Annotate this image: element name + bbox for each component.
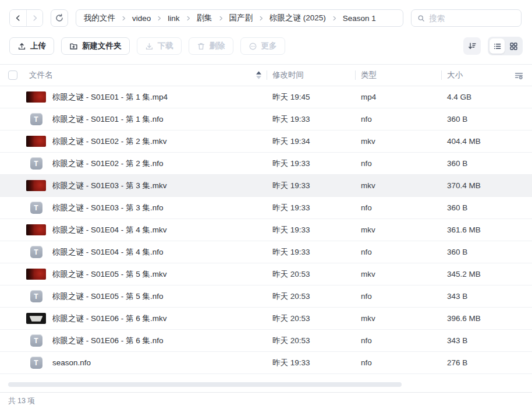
upload-label: 上传 xyxy=(30,41,46,51)
history-nav-group xyxy=(9,9,43,27)
file-size: 343 B xyxy=(441,336,506,345)
list-view-button[interactable] xyxy=(490,38,505,54)
file-size: 276 B xyxy=(441,358,506,367)
file-name: 棕眼之谜 - S01E03 - 第 3 集.mkv xyxy=(52,181,267,191)
table-row[interactable]: 棕眼之谜 - S01E01 - 第 1 集.mp4昨天 19:45mp44.4 … xyxy=(0,86,532,108)
breadcrumb-item[interactable]: link xyxy=(168,14,179,23)
chevron-right-icon xyxy=(31,14,39,22)
nfo-file-icon: T xyxy=(30,334,42,347)
toolbar-right-controls xyxy=(463,37,523,55)
column-modified-label[interactable]: 修改时间 xyxy=(267,70,355,80)
file-name: 棕眼之谜 - S01E02 - 第 2 集.mkv xyxy=(52,136,267,147)
file-type: mkv xyxy=(355,137,441,146)
more-label: 更多 xyxy=(261,41,277,51)
breadcrumb-item[interactable]: Season 1 xyxy=(343,14,376,23)
file-name: 棕眼之谜 - S01E01 - 第 1 集.mp4 xyxy=(52,92,267,103)
horizontal-scrollbar[interactable] xyxy=(8,382,402,387)
back-button[interactable] xyxy=(10,10,26,26)
table-header: 文件名 修改时间 类型 大小 xyxy=(0,64,532,86)
view-mode-toggle xyxy=(488,37,523,55)
table-row[interactable]: 棕眼之谜 - S01E02 - 第 2 集.mkv昨天 19:34mkv404.… xyxy=(0,131,532,153)
breadcrumb-item[interactable]: video xyxy=(132,14,151,23)
table-row[interactable]: 棕眼之谜 - S01E04 - 第 4 集.mkv昨天 19:33mkv361.… xyxy=(0,219,532,241)
file-modified: 昨天 19:33 xyxy=(267,158,355,169)
table-row[interactable]: T棕眼之谜 - S01E01 - 第 1 集.nfo昨天 19:33nfo360… xyxy=(0,108,532,131)
file-name: 棕眼之谜 - S01E06 - 第 6 集.nfo xyxy=(52,336,267,346)
nfo-file-icon: T xyxy=(30,357,42,369)
file-modified: 昨天 20:53 xyxy=(267,291,355,302)
table-row[interactable]: 棕眼之谜 - S01E03 - 第 3 集.mkv昨天 19:33mkv370.… xyxy=(0,175,532,197)
grid-view-button[interactable] xyxy=(506,38,521,54)
breadcrumb-item[interactable]: 我的文件 xyxy=(84,13,115,23)
new-folder-button[interactable]: 新建文件夹 xyxy=(61,37,130,55)
download-button[interactable]: 下载 xyxy=(137,37,182,55)
file-list: 棕眼之谜 - S01E01 - 第 1 集.mp4昨天 19:45mp44.4 … xyxy=(0,86,532,374)
breadcrumb-separator-icon xyxy=(120,15,127,22)
new-folder-icon xyxy=(69,42,78,51)
table-row[interactable]: Tseason.nfo昨天 19:33nfo276 B xyxy=(0,352,532,374)
video-thumbnail xyxy=(26,269,46,280)
file-modified: 昨天 20:53 xyxy=(267,313,355,324)
breadcrumb-separator-icon xyxy=(218,15,224,22)
file-modified: 昨天 20:53 xyxy=(267,336,355,346)
table-row[interactable]: 棕眼之谜 - S01E05 - 第 5 集.mkv昨天 20:53mkv345.… xyxy=(0,263,532,285)
more-icon xyxy=(249,42,257,51)
file-size: 396.6 MB xyxy=(441,314,506,323)
breadcrumb-item[interactable]: 国产剧 xyxy=(229,13,253,23)
table-row[interactable]: T棕眼之谜 - S01E03 - 第 3 集.nfo昨天 19:33nfo360… xyxy=(0,197,532,219)
more-button[interactable]: 更多 xyxy=(240,37,285,55)
file-modified: 昨天 19:33 xyxy=(267,247,355,258)
file-size: 360 B xyxy=(441,248,506,256)
file-name: 棕眼之谜 - S01E03 - 第 3 集.nfo xyxy=(52,203,267,213)
breadcrumb-item[interactable]: 剧集 xyxy=(197,13,212,23)
column-size-label[interactable]: 大小 xyxy=(441,70,506,80)
column-settings-icon xyxy=(514,70,524,80)
delete-icon xyxy=(197,42,205,51)
grid-view-icon xyxy=(509,42,518,51)
file-modified: 昨天 19:33 xyxy=(267,203,355,213)
file-name: 棕眼之谜 - S01E06 - 第 6 集.mkv xyxy=(52,313,267,324)
upload-button[interactable]: 上传 xyxy=(9,37,54,55)
column-settings-button[interactable] xyxy=(506,70,524,80)
file-size: 345.2 MB xyxy=(441,270,506,278)
search-input[interactable] xyxy=(429,14,515,23)
breadcrumb: 我的文件videolink剧集国产剧棕眼之谜 (2025)Season 1 xyxy=(76,9,403,27)
search-box[interactable] xyxy=(411,9,522,27)
file-modified: 昨天 19:33 xyxy=(267,225,355,235)
delete-button[interactable]: 删除 xyxy=(189,37,233,55)
file-modified: 昨天 19:34 xyxy=(267,136,355,147)
upload-icon xyxy=(17,42,26,51)
breadcrumb-separator-icon xyxy=(331,15,338,22)
list-view-icon xyxy=(493,42,502,51)
file-size: 4.4 GB xyxy=(441,93,506,101)
video-thumbnail xyxy=(26,136,46,147)
breadcrumb-separator-icon xyxy=(258,15,264,22)
sort-order-button[interactable] xyxy=(463,37,481,55)
sort-carets[interactable] xyxy=(256,71,261,79)
table-row[interactable]: T棕眼之谜 - S01E02 - 第 2 集.nfo昨天 19:33nfo360… xyxy=(0,153,532,175)
file-name: 棕眼之谜 - S01E04 - 第 4 集.mkv xyxy=(52,225,267,235)
top-navigation-bar: 我的文件videolink剧集国产剧棕眼之谜 (2025)Season 1 xyxy=(0,0,532,27)
refresh-button[interactable] xyxy=(51,9,68,27)
table-row[interactable]: T棕眼之谜 - S01E05 - 第 5 集.nfo昨天 20:53nfo343… xyxy=(0,285,532,308)
select-all-checkbox[interactable] xyxy=(8,70,17,80)
table-row[interactable]: T棕眼之谜 - S01E06 - 第 6 集.nfo昨天 20:53nfo343… xyxy=(0,330,532,352)
file-name: 棕眼之谜 - S01E05 - 第 5 集.mkv xyxy=(52,269,267,280)
file-modified: 昨天 20:53 xyxy=(267,269,355,280)
file-type: nfo xyxy=(355,115,441,124)
file-size: 360 B xyxy=(441,115,506,124)
column-name-header: 文件名 xyxy=(8,70,267,80)
breadcrumb-item[interactable]: 棕眼之谜 (2025) xyxy=(269,13,326,23)
file-name: 棕眼之谜 - S01E01 - 第 1 集.nfo xyxy=(52,114,267,125)
table-row[interactable]: T棕眼之谜 - S01E04 - 第 4 集.nfo昨天 19:33nfo360… xyxy=(0,241,532,263)
file-size: 343 B xyxy=(441,292,506,301)
file-type: nfo xyxy=(355,336,441,345)
table-row[interactable]: 棕眼之谜 - S01E06 - 第 6 集.mkv昨天 20:53mkv396.… xyxy=(0,308,532,330)
breadcrumb-separator-icon xyxy=(156,15,162,22)
column-type-label[interactable]: 类型 xyxy=(355,70,441,80)
file-name: 棕眼之谜 - S01E05 - 第 5 集.nfo xyxy=(52,291,267,302)
file-type: nfo xyxy=(355,358,441,367)
forward-button[interactable] xyxy=(26,10,42,26)
column-name-label[interactable]: 文件名 xyxy=(29,70,53,80)
file-type: nfo xyxy=(355,159,441,168)
